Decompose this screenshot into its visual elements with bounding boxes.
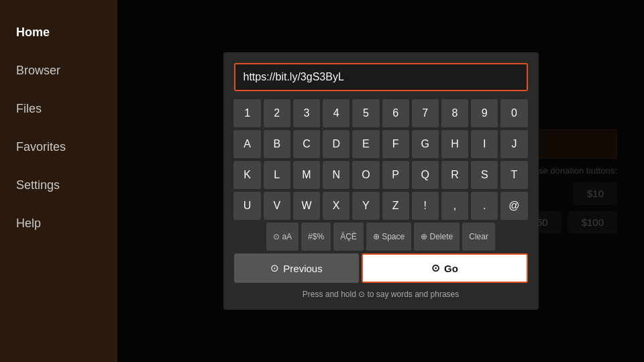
sidebar-item-browser[interactable]: Browser xyxy=(0,52,117,90)
previous-button[interactable]: ⊙ Previous xyxy=(234,253,360,283)
key-c[interactable]: C xyxy=(293,130,320,158)
key-row-u-at: U V W X Y Z ! , . @ xyxy=(234,192,528,220)
key-row-numbers: 1 2 3 4 5 6 7 8 9 0 xyxy=(234,99,528,127)
virtual-keyboard: 1 2 3 4 5 6 7 8 9 0 A B C D E xyxy=(234,99,528,251)
bottom-buttons: ⊙ Previous ⊙ Go xyxy=(234,253,528,283)
key-3[interactable]: 3 xyxy=(293,99,320,127)
go-circle-icon: ⊙ xyxy=(431,262,440,274)
previous-label: Previous xyxy=(283,263,322,274)
key-m[interactable]: M xyxy=(293,161,320,189)
key-0[interactable]: 0 xyxy=(500,99,527,127)
key-h[interactable]: H xyxy=(441,130,468,158)
key-5[interactable]: 5 xyxy=(352,99,379,127)
voice-hint: Press and hold ⊙ to say words and phrase… xyxy=(234,290,528,299)
key-n[interactable]: N xyxy=(323,161,350,189)
go-label: Go xyxy=(444,263,458,274)
key-exclaim[interactable]: ! xyxy=(412,192,439,220)
key-z[interactable]: Z xyxy=(382,192,409,220)
key-y[interactable]: Y xyxy=(352,192,379,220)
key-accents[interactable]: ÄÇÈ xyxy=(333,223,364,251)
key-d[interactable]: D xyxy=(323,130,350,158)
key-e[interactable]: E xyxy=(352,130,379,158)
key-6[interactable]: 6 xyxy=(382,99,409,127)
key-s[interactable]: S xyxy=(471,161,498,189)
sidebar-item-files[interactable]: Files xyxy=(0,90,117,128)
key-a[interactable]: A xyxy=(233,130,260,158)
key-case[interactable]: ⊙ aA xyxy=(266,223,299,251)
key-9[interactable]: 9 xyxy=(471,99,498,127)
key-p[interactable]: P xyxy=(382,161,409,189)
key-delete[interactable]: ⊕ Delete xyxy=(414,223,460,251)
key-i[interactable]: I xyxy=(471,130,498,158)
key-at[interactable]: @ xyxy=(500,192,527,220)
key-v[interactable]: V xyxy=(264,192,290,220)
key-x[interactable]: X xyxy=(323,192,350,220)
main-content: lease donation buttons: $10 $20 $50 $100… xyxy=(117,0,644,362)
keyboard-dialog: 1 2 3 4 5 6 7 8 9 0 A B C D E xyxy=(223,52,539,310)
key-g[interactable]: G xyxy=(412,130,439,158)
key-2[interactable]: 2 xyxy=(264,99,290,127)
key-t[interactable]: T xyxy=(500,161,527,189)
key-k[interactable]: K xyxy=(233,161,260,189)
key-u[interactable]: U xyxy=(233,192,260,220)
key-row-a-j: A B C D E F G H I J xyxy=(234,130,528,158)
key-8[interactable]: 8 xyxy=(441,99,468,127)
key-period[interactable]: . xyxy=(471,192,498,220)
sidebar-item-favorites[interactable]: Favorites xyxy=(0,128,117,166)
url-input[interactable] xyxy=(235,64,527,90)
key-q[interactable]: Q xyxy=(412,161,439,189)
sidebar-item-settings[interactable]: Settings xyxy=(0,166,117,204)
go-button[interactable]: ⊙ Go xyxy=(362,253,527,283)
key-clear[interactable]: Clear xyxy=(462,223,495,251)
key-row-k-t: K L M N O P Q R S T xyxy=(234,161,528,189)
dialog-overlay: 1 2 3 4 5 6 7 8 9 0 A B C D E xyxy=(117,0,644,362)
key-w[interactable]: W xyxy=(293,192,320,220)
key-b[interactable]: B xyxy=(264,130,290,158)
sidebar: Home Browser Files Favorites Settings He… xyxy=(0,0,117,362)
key-r[interactable]: R xyxy=(441,161,468,189)
key-row-special: ⊙ aA #$% ÄÇÈ ⊕ Space ⊕ Delete Clear xyxy=(234,223,528,251)
key-4[interactable]: 4 xyxy=(323,99,350,127)
key-comma[interactable]: , xyxy=(441,192,468,220)
sidebar-item-help[interactable]: Help xyxy=(0,204,117,243)
sidebar-item-home[interactable]: Home xyxy=(0,13,117,52)
key-space[interactable]: ⊕ Space xyxy=(366,223,411,251)
key-7[interactable]: 7 xyxy=(412,99,439,127)
key-1[interactable]: 1 xyxy=(233,99,260,127)
previous-circle-icon: ⊙ xyxy=(270,262,279,274)
key-f[interactable]: F xyxy=(382,130,409,158)
key-symbols[interactable]: #$% xyxy=(301,223,331,251)
key-j[interactable]: J xyxy=(500,130,527,158)
key-l[interactable]: L xyxy=(264,161,290,189)
url-input-wrapper[interactable] xyxy=(234,63,528,91)
key-o[interactable]: O xyxy=(352,161,379,189)
